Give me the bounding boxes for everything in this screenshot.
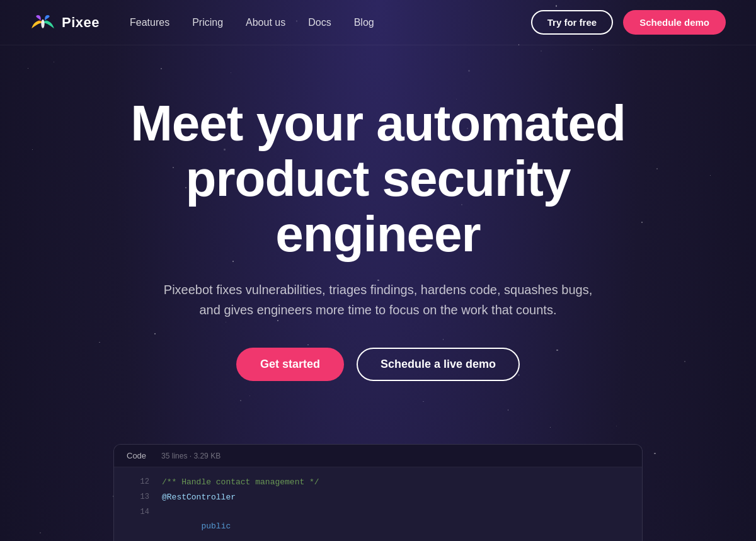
logo-link[interactable]: Pixee [30,13,100,33]
code-body: 12 /** Handle contact management */ 13 @… [114,467,642,541]
schedule-demo-button[interactable]: Schedule demo [623,10,726,35]
logo-text: Pixee [62,14,100,31]
code-line-13: 13 @RestController [114,490,642,505]
code-preview-panel: Code 35 lines · 3.29 KB 12 /** Handle co… [113,444,643,541]
nav-item-about[interactable]: About us [246,17,285,28]
nav-item-docs[interactable]: Docs [308,17,331,28]
nav-right: Try for free Schedule demo [531,10,726,35]
get-started-button[interactable]: Get started [236,348,344,381]
nav-links: Features Pricing About us Docs Blog [130,17,374,28]
hero-title-line2: product security engineer [186,151,571,262]
code-toolbar: Code 35 lines · 3.29 KB [114,445,642,467]
nav-left: Pixee Features Pricing About us Docs Blo… [30,13,374,33]
hero-title: Meet your automated product security eng… [94,96,662,262]
hero-section: Meet your automated product security eng… [0,45,756,406]
code-meta: 35 lines · 3.29 KB [161,452,220,460]
hero-subtitle: Pixeebot fixes vulnerabilities, triages … [164,280,592,320]
hero-subtitle-line2: and gives engineers more time to focus o… [200,303,557,317]
try-free-button[interactable]: Try for free [531,10,613,35]
code-tab-label: Code [127,451,146,460]
code-line-12: 12 /** Handle contact management */ [114,475,642,490]
logo-icon [30,13,55,33]
svg-point-0 [41,19,44,28]
nav-item-blog[interactable]: Blog [354,17,374,28]
hero-buttons: Get started Schedule a live demo [236,348,520,381]
code-line-14: 14 public final class ContactController … [114,505,642,541]
hero-subtitle-line1: Pixeebot fixes vulnerabilities, triages … [164,283,592,297]
navbar: Pixee Features Pricing About us Docs Blo… [0,0,756,45]
nav-item-features[interactable]: Features [130,17,169,28]
hero-title-line1: Meet your automated [130,95,626,151]
live-demo-button[interactable]: Schedule a live demo [357,348,520,381]
nav-item-pricing[interactable]: Pricing [192,17,223,28]
